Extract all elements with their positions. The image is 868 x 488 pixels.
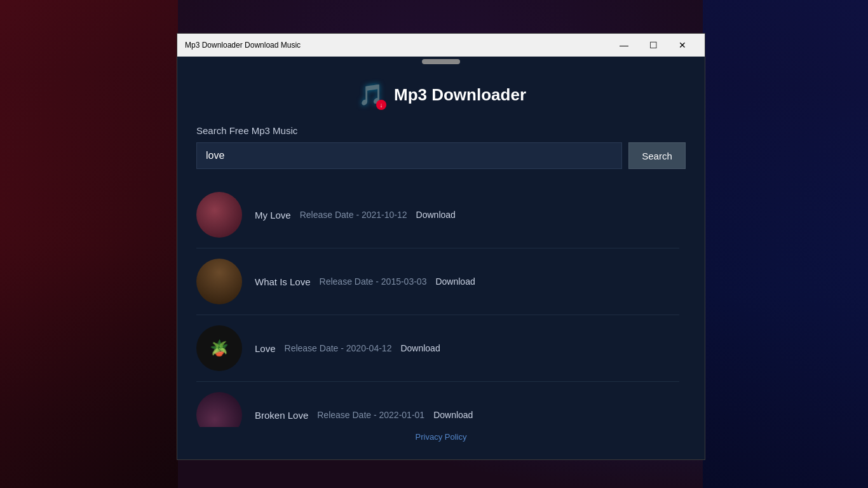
minimize-button[interactable]: — bbox=[609, 34, 639, 57]
download-button-3[interactable]: Download bbox=[400, 343, 440, 353]
track-name-3: Love bbox=[255, 343, 276, 354]
app-content: 🎵 ↓ Mp3 Downloader Search Free Mp3 Music… bbox=[177, 67, 705, 459]
list-item: What Is Love Release Date - 2015-03-03 D… bbox=[196, 248, 679, 315]
scroll-pill bbox=[422, 59, 460, 64]
bg-right-panel bbox=[703, 0, 868, 488]
search-label: Search Free Mp3 Music bbox=[196, 125, 686, 136]
search-input[interactable] bbox=[196, 142, 622, 169]
album-art-inner-2 bbox=[196, 259, 242, 304]
footer: Privacy Policy bbox=[196, 427, 686, 447]
track-name-1: My Love bbox=[255, 210, 291, 220]
album-art-3: 🪴 bbox=[196, 325, 242, 371]
maximize-button[interactable]: ☐ bbox=[639, 34, 668, 57]
list-item: 🪴 Love Release Date - 2020-04-12 Downloa… bbox=[196, 315, 679, 382]
album-art-4 bbox=[196, 392, 242, 427]
privacy-policy-link[interactable]: Privacy Policy bbox=[416, 432, 467, 442]
album-art-1 bbox=[196, 192, 242, 238]
search-row: Search bbox=[196, 142, 686, 169]
album-art-inner-3: 🪴 bbox=[196, 325, 242, 371]
list-item: My Love Release Date - 2021-10-12 Downlo… bbox=[196, 182, 679, 248]
release-date-2: Release Date - 2015-03-03 bbox=[320, 276, 427, 287]
album-art-inner-1 bbox=[196, 192, 242, 238]
track-info-4: Broken Love Release Date - 2022-01-01 Do… bbox=[255, 410, 679, 421]
title-bar: Mp3 Downloader Download Music — ☐ ✕ bbox=[177, 34, 705, 57]
window-title: Mp3 Downloader Download Music bbox=[185, 41, 609, 50]
app-window: Mp3 Downloader Download Music — ☐ ✕ 🎵 ↓ … bbox=[177, 33, 705, 460]
search-button[interactable]: Search bbox=[628, 142, 686, 169]
track-name-2: What Is Love bbox=[255, 276, 311, 287]
track-info-2: What Is Love Release Date - 2015-03-03 D… bbox=[255, 276, 679, 287]
close-button[interactable]: ✕ bbox=[668, 34, 697, 57]
release-date-1: Release Date - 2021-10-12 bbox=[300, 210, 407, 220]
download-badge-icon: ↓ bbox=[376, 100, 386, 110]
release-date-4: Release Date - 2022-01-01 bbox=[317, 410, 424, 420]
app-header: 🎵 ↓ Mp3 Downloader bbox=[196, 79, 686, 110]
scroll-indicator bbox=[177, 57, 705, 67]
track-info-1: My Love Release Date - 2021-10-12 Downlo… bbox=[255, 210, 679, 220]
download-button-1[interactable]: Download bbox=[416, 210, 456, 220]
list-item: Broken Love Release Date - 2022-01-01 Do… bbox=[196, 382, 679, 427]
track-info-3: Love Release Date - 2020-04-12 Download bbox=[255, 343, 679, 354]
app-title: Mp3 Downloader bbox=[394, 85, 526, 105]
download-button-4[interactable]: Download bbox=[433, 410, 473, 420]
download-button-2[interactable]: Download bbox=[435, 276, 475, 287]
release-date-3: Release Date - 2020-04-12 bbox=[285, 343, 392, 353]
album-art-2 bbox=[196, 259, 242, 304]
window-controls: — ☐ ✕ bbox=[609, 34, 697, 57]
album-art-inner-4 bbox=[196, 392, 242, 427]
bg-left-panel bbox=[0, 0, 178, 488]
track-name-4: Broken Love bbox=[255, 410, 308, 421]
app-icon: 🎵 ↓ bbox=[356, 79, 386, 110]
results-container[interactable]: My Love Release Date - 2021-10-12 Downlo… bbox=[196, 182, 686, 427]
